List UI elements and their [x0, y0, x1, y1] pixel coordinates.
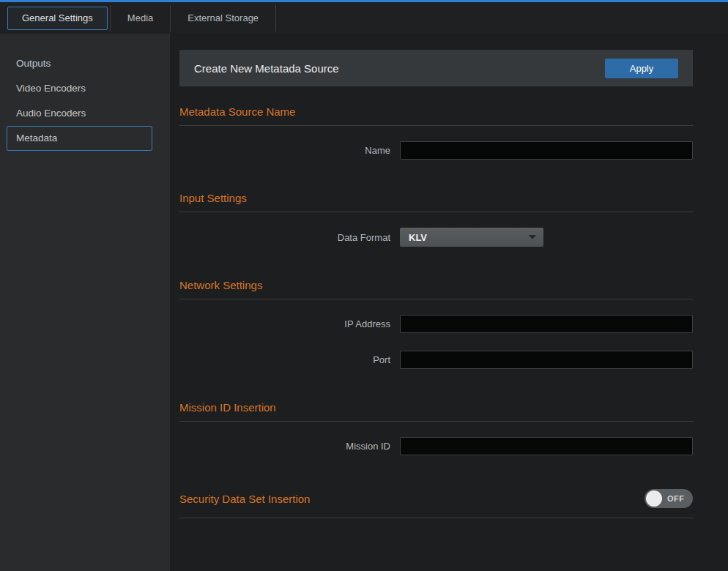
ip-address-label: IP Address: [179, 318, 390, 329]
security-data-set-row: Security Data Set Insertion OFF: [179, 489, 693, 518]
section-heading-input-settings: Input Settings: [179, 192, 693, 212]
section-heading-network-settings: Network Settings: [179, 279, 693, 299]
name-row: Name: [179, 141, 693, 160]
section-heading-metadata-source-name: Metadata Source Name: [179, 105, 693, 126]
name-label: Name: [179, 145, 390, 156]
security-data-set-toggle[interactable]: OFF: [645, 489, 693, 508]
chevron-down-icon: [529, 235, 536, 239]
name-input[interactable]: [400, 141, 693, 160]
mission-id-row: Mission ID: [179, 437, 693, 455]
data-format-label: Data Format: [179, 232, 390, 243]
port-label: Port: [179, 354, 390, 365]
tab-general-settings[interactable]: General Settings: [7, 7, 108, 30]
tab-media[interactable]: Media: [113, 7, 168, 30]
mission-id-input[interactable]: [400, 437, 693, 455]
main-content: Create New Metatada Source Apply Metadat…: [170, 34, 728, 571]
tab-external-storage[interactable]: External Storage: [173, 7, 273, 30]
apply-button[interactable]: Apply: [605, 59, 678, 78]
tab-separator: [110, 5, 111, 31]
data-format-row: Data Format KLV: [179, 228, 693, 247]
sidebar-item-audio-encoders[interactable]: Audio Encoders: [7, 101, 152, 126]
sidebar-item-metadata[interactable]: Metadata: [7, 126, 152, 151]
settings-sidebar: Outputs Video Encoders Audio Encoders Me…: [0, 34, 170, 571]
data-format-selected-value: KLV: [409, 232, 427, 243]
toggle-knob: [646, 490, 662, 507]
ip-address-row: IP Address: [179, 315, 693, 333]
panel-header: Create New Metatada Source Apply: [179, 50, 693, 86]
page-title: Create New Metatada Source: [194, 62, 339, 75]
section-heading-mission-id-insertion: Mission ID Insertion: [179, 401, 693, 422]
tab-separator: [170, 5, 171, 31]
mission-id-label: Mission ID: [179, 441, 390, 452]
port-input[interactable]: [400, 351, 693, 369]
toggle-state-label: OFF: [667, 494, 685, 503]
top-tab-bar: General Settings Media External Storage: [0, 0, 728, 34]
ip-address-input[interactable]: [400, 315, 693, 333]
sidebar-item-video-encoders[interactable]: Video Encoders: [7, 76, 152, 101]
port-row: Port: [179, 351, 693, 369]
sidebar-item-outputs[interactable]: Outputs: [7, 51, 152, 76]
section-heading-security-data-set-insertion: Security Data Set Insertion: [179, 493, 310, 505]
data-format-select[interactable]: KLV: [400, 228, 543, 247]
tab-separator: [275, 5, 276, 31]
